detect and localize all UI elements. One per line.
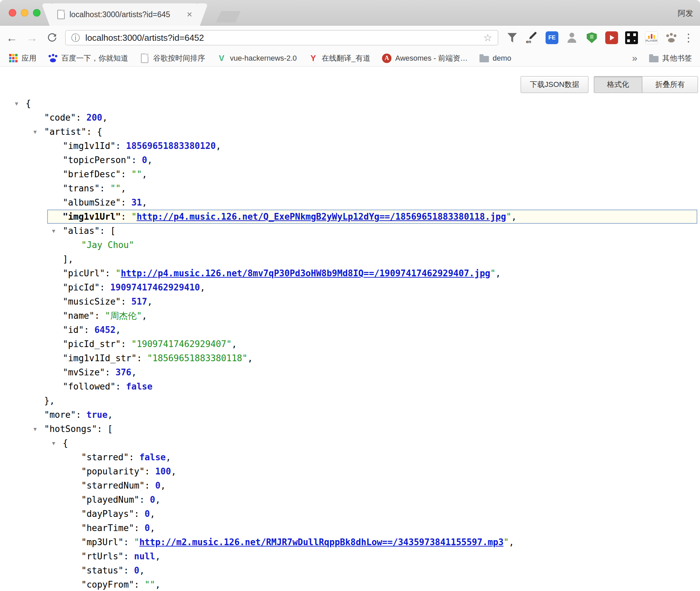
json-token-key: "musicSize" [63, 297, 121, 307]
json-tree: ▼{"code": 200,▼"artist": {"img1v1Id": 18… [0, 96, 700, 591]
collapse-triangle-icon[interactable]: ▼ [30, 422, 40, 436]
tab-close-icon[interactable]: × [187, 10, 192, 19]
site-info-icon[interactable]: ⓘ [71, 33, 80, 42]
json-token-p: , [155, 551, 161, 561]
json-line-highlighted: "img1v1Url": "http://p4.music.126.net/Q_… [47, 210, 697, 224]
reload-button[interactable] [47, 32, 58, 43]
bookmark-apps[interactable]: 应用 [8, 53, 36, 63]
json-token-p: : { [86, 127, 102, 137]
bookmark-google-sort[interactable]: 谷歌按时间排序 [140, 53, 205, 63]
json-token-p: ], [63, 254, 73, 264]
shield-extension-icon[interactable] [585, 31, 598, 44]
json-url-link[interactable]: http://m2.music.126.net/RMJR7wDullRqppBk… [139, 537, 503, 547]
bookmark-baidu[interactable]: 百度一下，你就知道 [48, 53, 128, 63]
json-token-p: , [147, 297, 152, 307]
collapse-triangle-icon[interactable]: ▼ [30, 125, 40, 139]
url-text[interactable]: localhost:3000/artists?id=6452 [85, 33, 483, 43]
browser-toolbar: ← → ⓘ localhost:3000/artists?id=6452 ☆ e… [0, 26, 700, 50]
json-token-p: }, [44, 396, 55, 406]
json-url-link[interactable]: http://p4.music.126.net/Q_ExePNkmgB2yWyL… [137, 212, 506, 222]
bookmark-youdao-translate[interactable]: Y 在线翻译_有道 [308, 53, 370, 63]
other-bookmarks[interactable]: 其他书签 [649, 53, 692, 63]
json-token-key: "starredNum" [81, 480, 145, 491]
chrome-menu-icon[interactable]: ⋮ [683, 32, 694, 43]
json-line: }, [0, 394, 700, 408]
collapse-triangle-icon[interactable]: ▼ [11, 97, 22, 111]
back-button[interactable]: ← [6, 32, 18, 43]
collapse-triangle-icon[interactable]: ▼ [49, 436, 59, 450]
qr-code-extension-icon[interactable] [625, 31, 638, 44]
youdao-pen-extension-icon[interactable]: en [526, 31, 538, 44]
json-line: "playedNum": 0, [0, 493, 700, 507]
json-token-num: 6452 [94, 325, 116, 335]
json-line: "trans": "", [0, 181, 700, 195]
json-token-key: "alias" [63, 226, 100, 236]
json-token-p: , [512, 212, 517, 222]
json-url-link[interactable]: http://p4.music.126.net/8mv7qP30Pd3oHW8b… [121, 268, 490, 278]
json-line: "id": 6452, [0, 323, 700, 337]
json-token-key: "trans" [63, 183, 100, 193]
json-token-null: null [134, 551, 155, 561]
bookmark-star-icon[interactable]: ☆ [483, 33, 492, 43]
json-token-key: "mp3Url" [81, 537, 123, 547]
new-tab-button[interactable] [216, 11, 241, 23]
address-bar[interactable]: ⓘ localhost:3000/artists?id=6452 ☆ [65, 30, 498, 45]
json-token-p: , [166, 452, 171, 462]
json-line: "hearTime": 0, [0, 521, 700, 535]
youtube-extension-icon[interactable] [605, 31, 618, 44]
json-token-p: , [139, 565, 145, 576]
browser-tab[interactable]: localhost:3000/artists?id=645 × [51, 3, 199, 26]
json-line: ▼{ [0, 96, 700, 111]
fe-extension-icon[interactable]: FE [546, 31, 558, 44]
json-token-p: : [139, 495, 150, 505]
json-token-p: : [100, 282, 110, 292]
json-token-p: : [105, 268, 115, 278]
download-json-button[interactable]: 下载JSON数据 [521, 76, 588, 93]
json-token-p: , [155, 580, 161, 590]
json-line: "Jay Chou" [0, 238, 700, 252]
close-window-button[interactable] [9, 9, 16, 17]
bookmark-label: demo [493, 54, 511, 63]
json-token-num: 517 [132, 297, 147, 307]
profile-name[interactable]: 阿发 [678, 8, 693, 19]
json-token-p: : [100, 183, 110, 193]
json-token-num: 0 [142, 155, 147, 165]
json-token-str: " [116, 268, 121, 278]
fullscreen-window-button[interactable] [33, 9, 40, 17]
json-line: "mp3Url": "http://m2.music.126.net/RMJR7… [0, 535, 700, 549]
bookmarks-overflow-chevron[interactable]: » [632, 53, 637, 64]
json-token-p: , [108, 410, 113, 420]
format-button[interactable]: 格式化 [594, 76, 642, 93]
person-extension-icon[interactable] [565, 31, 578, 44]
baidu-paw-icon [48, 53, 58, 63]
bookmark-awesomes[interactable]: A Awesomes - 前端资… [382, 53, 468, 63]
json-token-p: : [116, 381, 126, 392]
json-token-str: " [506, 212, 512, 222]
json-token-key: "hotSongs" [44, 424, 97, 434]
json-token-p: , [232, 339, 237, 349]
bookmark-demo-folder[interactable]: demo [479, 53, 511, 63]
bookmark-label: Awesomes - 前端资… [395, 53, 468, 63]
collapse-triangle-icon[interactable]: ▼ [49, 224, 59, 238]
json-token-str: "" [132, 169, 142, 179]
minimize-window-button[interactable] [21, 9, 28, 17]
vue-icon: V [216, 53, 227, 63]
window-controls [9, 9, 40, 17]
player-extension-icon[interactable]: PLAYER [645, 31, 658, 44]
paw-extension-icon[interactable] [665, 31, 678, 44]
json-token-key: "img1v1Id_str" [63, 353, 137, 363]
json-token-p: , [142, 197, 147, 208]
funnel-extension-icon[interactable] [506, 31, 519, 44]
json-token-p: , [216, 141, 221, 151]
bookmark-label: vue-hackernews-2.0 [230, 54, 297, 63]
json-token-p: : [121, 169, 131, 179]
forward-button[interactable]: → [26, 32, 38, 43]
json-token-p: , [147, 155, 152, 165]
collapse-all-button[interactable]: 折叠所有 [642, 76, 698, 93]
json-token-key: "albumSize" [63, 197, 121, 208]
bookmark-vue-hackernews[interactable]: V vue-hackernews-2.0 [216, 53, 297, 63]
json-line: "rtUrls": null, [0, 549, 700, 563]
bookmarks-bar: 应用 百度一下，你就知道 谷歌按时间排序 V vue-hackernews-2.… [0, 50, 700, 67]
folder-icon [479, 53, 489, 63]
json-token-key: "briefDesc" [63, 169, 121, 179]
